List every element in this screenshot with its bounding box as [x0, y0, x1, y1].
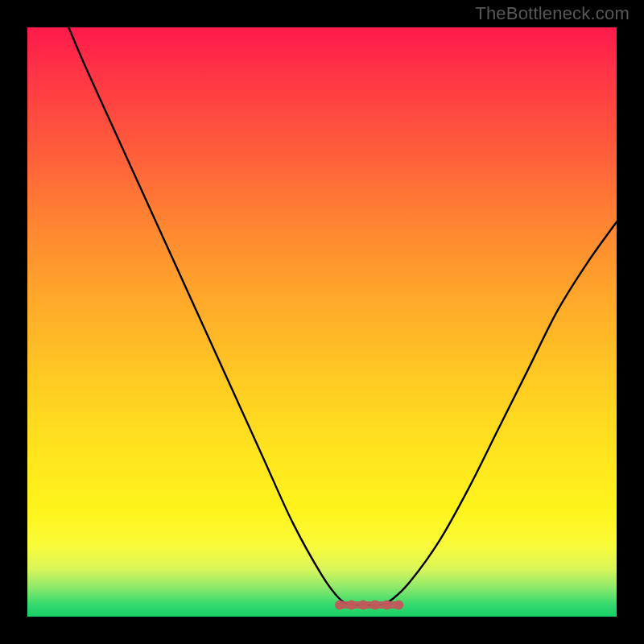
marker-dot: [394, 600, 403, 609]
marker-dot: [347, 600, 357, 609]
marker-dot: [335, 600, 345, 609]
marker-dot: [370, 600, 380, 609]
marker-dot: [382, 600, 392, 609]
bottleneck-curve: [68, 27, 617, 605]
curve-line: [68, 27, 617, 605]
chart-frame: TheBottleneck.com: [0, 0, 644, 644]
bottom-markers: [335, 600, 403, 609]
watermark-text: TheBottleneck.com: [475, 3, 630, 24]
curve-svg: [27, 27, 617, 617]
plot-area: [27, 27, 617, 617]
marker-dot: [358, 600, 368, 609]
